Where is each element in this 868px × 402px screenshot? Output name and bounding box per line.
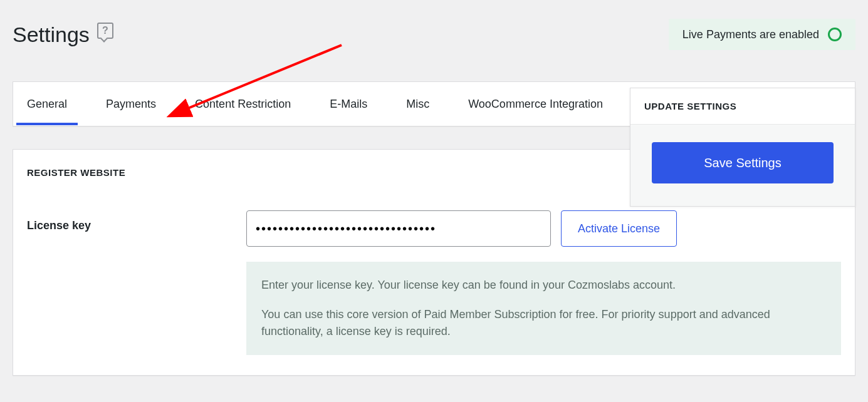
- tab-emails[interactable]: E-Mails: [328, 84, 369, 125]
- update-settings-title: UPDATE SETTINGS: [630, 88, 855, 125]
- tab-misc[interactable]: Misc: [405, 84, 431, 125]
- license-help-line-2: You can use this core version of Paid Me…: [261, 306, 826, 340]
- license-key-label: License key: [27, 210, 234, 232]
- tab-woocommerce[interactable]: WooCommerce Integration: [467, 84, 604, 125]
- tab-payments[interactable]: Payments: [105, 84, 157, 125]
- license-help-line-1: Enter your license key. Your license key…: [261, 277, 826, 294]
- save-settings-button[interactable]: Save Settings: [652, 142, 834, 183]
- activate-license-button[interactable]: Activate License: [561, 210, 677, 247]
- license-help-box: Enter your license key. Your license key…: [246, 262, 841, 355]
- help-icon[interactable]: ?: [97, 23, 113, 39]
- status-circle-icon: [828, 28, 842, 41]
- update-settings-panel: UPDATE SETTINGS Save Settings: [630, 88, 855, 207]
- page-title: Settings: [13, 23, 90, 47]
- tab-content-restriction[interactable]: Content Restriction: [194, 84, 292, 125]
- status-badge: Live Payments are enabled: [669, 19, 855, 50]
- license-key-input[interactable]: [246, 210, 551, 247]
- status-text: Live Payments are enabled: [682, 28, 819, 41]
- tab-general[interactable]: General: [26, 84, 68, 125]
